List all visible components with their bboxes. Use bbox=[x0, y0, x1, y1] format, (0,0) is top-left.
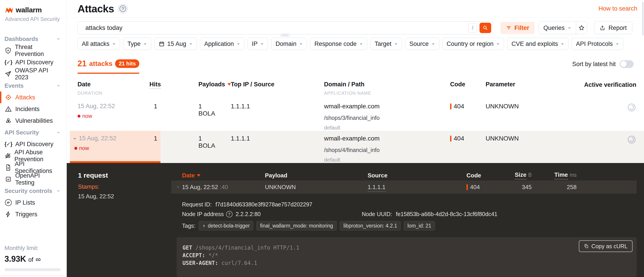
filter-chip-domain[interactable]: Domain bbox=[271, 38, 307, 50]
status-bar-icon bbox=[450, 136, 452, 142]
sidebar-item-ip-lists[interactable]: IP IP Lists bbox=[0, 197, 66, 208]
sort-toggle-switch[interactable] bbox=[620, 60, 634, 68]
filter-chip-api-protocols[interactable]: API Protocols bbox=[572, 38, 623, 50]
chevron-down-icon bbox=[432, 42, 435, 46]
report-button[interactable]: Report bbox=[594, 22, 632, 34]
col-time[interactable]: Time bbox=[554, 171, 568, 179]
col-top-ip[interactable]: Top IP / Source bbox=[231, 81, 274, 88]
filter-chip-response-code[interactable]: Response code bbox=[310, 38, 367, 50]
help-icon[interactable]: ? bbox=[118, 4, 128, 14]
shield-lightning-icon bbox=[4, 47, 12, 54]
bot-blocked-icon bbox=[4, 152, 11, 159]
tag-final-wallarm-mode[interactable]: final_wallarm_mode: monitoring bbox=[256, 221, 336, 230]
copy-as-curl-button[interactable]: Copy as cURL bbox=[579, 240, 632, 252]
main-content: Attacks ? How to search / Filter Queries bbox=[67, 0, 644, 277]
tag-lom-id[interactable]: lom_id: 21 bbox=[404, 221, 435, 230]
paper-plane-icon bbox=[4, 71, 12, 77]
search-input[interactable] bbox=[78, 24, 468, 32]
col-parameter[interactable]: Parameter bbox=[486, 81, 515, 88]
col-domain-path[interactable]: Domain / Path bbox=[324, 81, 440, 88]
col-code[interactable]: Code bbox=[450, 81, 465, 88]
monthly-limit: Monthly limit: 3.93K of ∞ bbox=[4, 245, 61, 271]
monthly-limit-label: Monthly limit: bbox=[4, 245, 61, 251]
queries-button[interactable]: Queries bbox=[539, 22, 576, 34]
sidebar-item-attacks[interactable]: Attacks bbox=[0, 92, 66, 103]
chevron-down-icon bbox=[112, 42, 116, 46]
requests-count: 1 request bbox=[78, 172, 114, 179]
sort-label: Sort by latest hit bbox=[572, 61, 616, 68]
stamps-label: Stamps: bbox=[78, 183, 114, 190]
search-button[interactable] bbox=[480, 23, 491, 33]
filter-chip-source[interactable]: Source bbox=[405, 38, 439, 50]
filter-chip-cve[interactable]: CVE and exploits bbox=[507, 38, 568, 50]
vertical-scrollbar[interactable] bbox=[642, 2, 644, 36]
tag-detect-bola-trigger[interactable]: detect-bola-trigger bbox=[199, 221, 254, 230]
filter-chip-date[interactable]: 15 Aug bbox=[154, 38, 197, 50]
sidebar-item-owasp-api-2023[interactable]: OWASP API 2023 bbox=[0, 68, 66, 80]
active-verification-icon[interactable] bbox=[627, 135, 636, 144]
sidebar-item-api-abuse-prevention[interactable]: API Abuse Prevention bbox=[0, 150, 66, 162]
document-icon bbox=[4, 164, 12, 171]
sidebar-section-dashboards[interactable]: Dashboards bbox=[0, 33, 66, 45]
sidebar-item-vulnerabilities[interactable]: Vulnerabilities bbox=[0, 115, 66, 127]
filter-chip-target[interactable]: Target bbox=[370, 38, 402, 50]
sidebar-item-api-discovery[interactable]: {✓} API Discovery bbox=[0, 57, 66, 68]
selected-row-indicator bbox=[70, 161, 160, 163]
col-active-verification: Active verification bbox=[584, 81, 636, 88]
chevron-down-icon bbox=[496, 42, 500, 46]
info-icon[interactable]: ? bbox=[226, 211, 232, 217]
lightning-icon bbox=[202, 224, 206, 228]
filter-chip-application[interactable]: Application bbox=[200, 38, 244, 50]
request-row[interactable]: 15 Aug, 22:52:40 UNKNOWN 1.1.1.1 404 345… bbox=[171, 181, 636, 194]
node-ip-label: Node IP address bbox=[182, 211, 224, 217]
chevron-down-icon[interactable] bbox=[72, 136, 77, 141]
filter-chip-type[interactable]: Type bbox=[123, 38, 151, 50]
col-code[interactable]: Code bbox=[466, 172, 506, 179]
filter-button[interactable]: Filter bbox=[500, 22, 534, 34]
request-metadata: Request ID: f7d1840d63380e3f9278ae757d20… bbox=[182, 201, 636, 230]
braces-check-icon: {✓} bbox=[4, 141, 12, 147]
tab-attacks-count[interactable]: 21 attacks 21 hits bbox=[78, 59, 139, 69]
lightning-icon bbox=[4, 211, 12, 218]
monthly-limit-used: 3.93K bbox=[4, 254, 26, 264]
active-verification-icon[interactable] bbox=[627, 103, 636, 112]
sidebar-item-incidents[interactable]: Incidents bbox=[0, 103, 66, 115]
sidebar-section-security-controls[interactable]: Security controls bbox=[0, 185, 66, 197]
sidebar-item-openapi-testing[interactable]: OpenAPI Testing bbox=[0, 173, 66, 185]
filter-chip-country[interactable]: Country or region bbox=[442, 38, 504, 50]
how-to-search-link[interactable]: How to search bbox=[598, 5, 637, 12]
search-resize-handle[interactable] bbox=[280, 33, 290, 37]
filter-chip-all-attacks[interactable]: All attacks bbox=[78, 38, 120, 50]
source-ip-link[interactable]: 1.1.1.1 bbox=[368, 184, 386, 192]
col-payload[interactable]: Payload bbox=[265, 172, 368, 179]
status-bar-icon bbox=[450, 103, 452, 110]
sidebar-section-api-security[interactable]: API Security bbox=[0, 127, 66, 138]
chevron-down-icon[interactable] bbox=[176, 185, 180, 189]
chevron-down-icon bbox=[359, 42, 363, 46]
filter-chip-ip[interactable]: IP bbox=[248, 38, 268, 50]
col-size[interactable]: Size bbox=[515, 171, 526, 179]
sidebar-item-api-discovery-2[interactable]: {✓} API Discovery bbox=[0, 138, 66, 150]
col-date-sorted[interactable]: Date bbox=[182, 172, 194, 179]
brand-name: wallarm bbox=[16, 6, 42, 14]
calendar-icon bbox=[159, 41, 165, 47]
chevron-down-icon bbox=[561, 42, 564, 46]
sidebar-item-threat-prevention[interactable]: Threat Prevention bbox=[0, 45, 66, 57]
attack-row-2-expanded[interactable]: 15 Aug, 22:52 now 1 1 BOLA 1.1.1.1 wmall… bbox=[67, 131, 644, 163]
sidebar-item-api-specifications[interactable]: API Specifications bbox=[0, 162, 66, 173]
col-source[interactable]: Source bbox=[368, 172, 466, 179]
chevron-down-icon bbox=[616, 42, 619, 46]
brand: wallarm Advanced API Security bbox=[0, 0, 66, 22]
sidebar-item-triggers[interactable]: Triggers bbox=[0, 208, 66, 220]
attack-row-1[interactable]: 15 Aug, 22:52 now 1 1 BOLA 1.1.1.1 wmall… bbox=[67, 100, 644, 131]
star-icon bbox=[578, 25, 585, 31]
favorite-star-button[interactable] bbox=[576, 22, 587, 34]
tag-libproton-version[interactable]: libproton_version: 4.2.1 bbox=[340, 221, 401, 230]
monthly-limit-progressbar bbox=[4, 268, 61, 271]
col-date[interactable]: Date bbox=[78, 81, 150, 88]
live-dot-icon bbox=[74, 147, 77, 150]
ip-circle-icon: IP bbox=[4, 199, 12, 206]
sort-desc-icon bbox=[197, 174, 200, 177]
sidebar-section-events[interactable]: Events bbox=[0, 80, 66, 92]
page-header: Attacks ? How to search bbox=[67, 0, 644, 18]
